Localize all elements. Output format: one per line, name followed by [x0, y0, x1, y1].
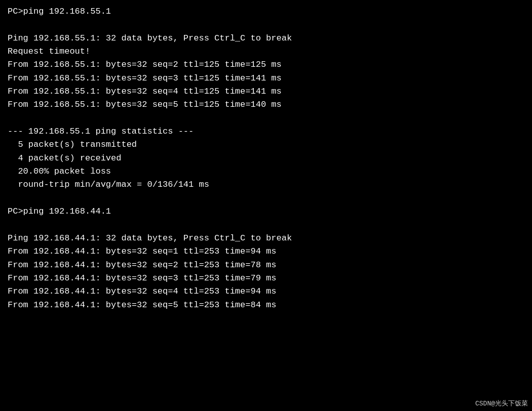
terminal-line: PC>ping 192.168.55.1 [8, 5, 524, 18]
terminal-line: PC>ping 192.168.44.1 [8, 205, 524, 218]
terminal-window[interactable]: PC>ping 192.168.55.1Ping 192.168.55.1: 3… [0, 0, 532, 411]
terminal-line: From 192.168.44.1: bytes=32 seq=1 ttl=25… [8, 245, 524, 258]
terminal-line: --- 192.168.55.1 ping statistics --- [8, 125, 524, 138]
terminal-line: From 192.168.55.1: bytes=32 seq=5 ttl=12… [8, 98, 524, 111]
terminal-line: From 192.168.55.1: bytes=32 seq=2 ttl=12… [8, 58, 524, 71]
terminal-line: 20.00% packet loss [8, 165, 524, 178]
terminal-line [8, 112, 524, 125]
terminal-line: From 192.168.55.1: bytes=32 seq=4 ttl=12… [8, 85, 524, 98]
terminal-line: From 192.168.44.1: bytes=32 seq=2 ttl=25… [8, 259, 524, 272]
terminal-line: From 192.168.44.1: bytes=32 seq=5 ttl=25… [8, 299, 524, 312]
terminal-output: PC>ping 192.168.55.1Ping 192.168.55.1: 3… [8, 5, 524, 312]
terminal-line [8, 18, 524, 31]
terminal-line: From 192.168.55.1: bytes=32 seq=3 ttl=12… [8, 72, 524, 85]
watermark-text: CSDN@光头下饭菜 [475, 399, 528, 409]
terminal-line: Ping 192.168.55.1: 32 data bytes, Press … [8, 32, 524, 45]
terminal-line: Ping 192.168.44.1: 32 data bytes, Press … [8, 232, 524, 245]
terminal-line: From 192.168.44.1: bytes=32 seq=4 ttl=25… [8, 285, 524, 298]
terminal-line: round-trip min/avg/max = 0/136/141 ms [8, 178, 524, 191]
terminal-line: 4 packet(s) received [8, 152, 524, 165]
terminal-line: 5 packet(s) transmitted [8, 138, 524, 151]
terminal-line: From 192.168.44.1: bytes=32 seq=3 ttl=25… [8, 272, 524, 285]
terminal-line: Request timeout! [8, 45, 524, 58]
terminal-line [8, 219, 524, 232]
terminal-line [8, 192, 524, 205]
